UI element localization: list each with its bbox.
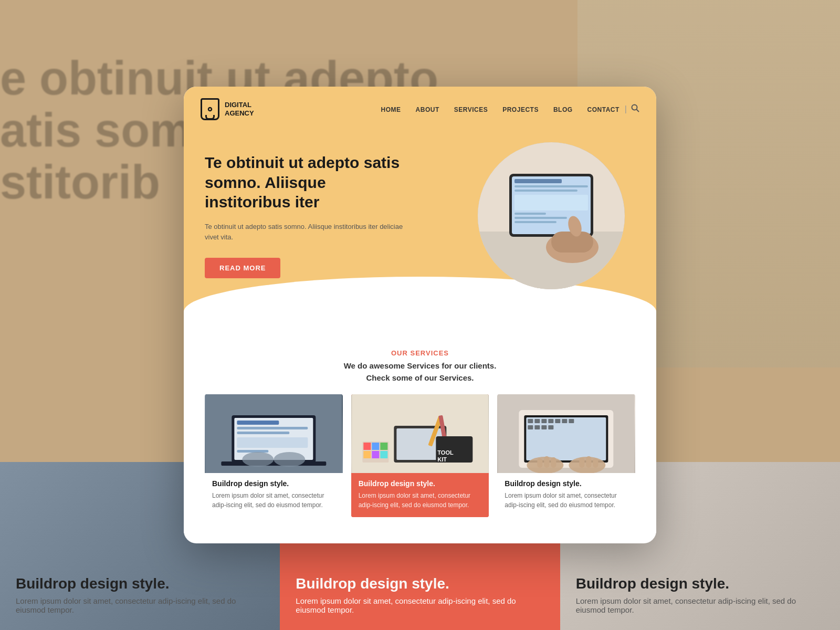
hero-image: [478, 142, 625, 289]
service-card-3: Buildrop design style. Lorem ipsum dolor…: [497, 394, 635, 517]
service-card-3-title: Buildrop design style.: [505, 479, 628, 488]
hero-title: Te obtinuit ut adepto satis somno. Aliis…: [205, 153, 404, 212]
service-card-3-text: Lorem ipsum dolor sit amet, consectetur …: [505, 491, 628, 510]
service-card-3-image: [497, 394, 635, 473]
nav-item-home[interactable]: HOME: [381, 104, 401, 114]
svg-rect-21: [237, 427, 308, 429]
svg-rect-32: [363, 443, 371, 450]
svg-rect-37: [380, 451, 387, 458]
svg-rect-53: [569, 419, 574, 423]
svg-rect-52: [562, 419, 568, 423]
services-title: We do awesome Services for our clients. …: [205, 360, 635, 384]
svg-point-1: [632, 105, 637, 110]
navbar: DIGITALAGENCY HOME ABOUT SERVICES PROJEC…: [184, 87, 656, 132]
svg-rect-24: [237, 450, 268, 453]
svg-rect-51: [555, 419, 561, 423]
svg-text:KIT: KIT: [437, 456, 447, 463]
service-card-2-text: Lorem ipsum dolor sit amet, consectetur …: [359, 491, 482, 510]
svg-rect-54: [528, 425, 533, 429]
logo-icon: [201, 98, 219, 120]
hero-image-placeholder: [478, 142, 625, 289]
bg-card-2-text: Lorem ipsum dolor sit amet, consectetur …: [296, 596, 544, 614]
service-card-2-body: Buildrop design style. Lorem ipsum dolor…: [351, 473, 489, 517]
service-card-1-body: Buildrop design style. Lorem ipsum dolor…: [205, 473, 343, 517]
services-tag: OUR SERVICES: [205, 349, 635, 357]
bg-card-1-text: Lorem ipsum dolor sit amet, consectetur …: [16, 596, 264, 614]
svg-rect-34: [380, 443, 387, 450]
svg-rect-10: [514, 195, 588, 211]
svg-rect-56: [542, 425, 547, 429]
svg-rect-33: [372, 443, 379, 450]
logo-text: DIGITALAGENCY: [225, 101, 254, 117]
svg-rect-61: [544, 456, 550, 468]
services-section: OUR SERVICES We do awesome Services for …: [184, 344, 656, 533]
nav-item-blog[interactable]: BLOG: [553, 104, 573, 114]
logo: DIGITALAGENCY: [201, 98, 254, 120]
svg-rect-46: [527, 417, 606, 460]
nav-item-services[interactable]: SERVICES: [454, 104, 488, 114]
bg-card-3-text: Lorem ipsum dolor sit amet, consectetur …: [576, 596, 824, 614]
svg-text:TOOL: TOOL: [437, 449, 454, 456]
svg-point-27: [274, 452, 305, 467]
service-card-1-image: [205, 394, 343, 473]
svg-rect-62: [551, 457, 556, 468]
hero-section: DIGITALAGENCY HOME ABOUT SERVICES PROJEC…: [184, 87, 656, 344]
svg-rect-25: [221, 461, 326, 466]
svg-rect-36: [372, 451, 379, 458]
svg-rect-60: [538, 458, 543, 468]
svg-rect-50: [549, 419, 554, 423]
service-card-3-body: Buildrop design style. Lorem ipsum dolor…: [497, 473, 635, 517]
nav-item-about[interactable]: ABOUT: [416, 104, 439, 114]
bg-card-1-title: Buildrop design style.: [16, 575, 264, 592]
search-icon[interactable]: [631, 104, 639, 114]
bg-card-3-title: Buildrop design style.: [576, 575, 824, 592]
service-card-1: Buildrop design style. Lorem ipsum dolor…: [205, 394, 343, 517]
svg-rect-12: [514, 217, 567, 219]
svg-rect-7: [514, 179, 562, 183]
service-card-2: TOOL KIT Buildrop design style. Lorem ip…: [351, 394, 489, 517]
hero-text: Te obtinuit ut adepto satis somno. Aliis…: [205, 148, 404, 278]
service-card-1-title: Buildrop design style.: [212, 479, 335, 488]
svg-point-26: [242, 452, 274, 467]
nav-item-projects[interactable]: PROJECTS: [502, 104, 539, 114]
svg-rect-55: [535, 425, 540, 429]
svg-rect-20: [237, 421, 279, 425]
service-card-1-text: Lorem ipsum dolor sit amet, consectetur …: [212, 491, 335, 510]
read-more-button[interactable]: READ MORE: [205, 258, 280, 278]
svg-rect-11: [514, 213, 546, 215]
svg-point-0: [208, 108, 212, 111]
svg-rect-35: [363, 451, 371, 458]
hero-content: Te obtinuit ut adepto satis somno. Aliis…: [184, 132, 656, 289]
nav-links: HOME ABOUT SERVICES PROJECTS BLOG CONTAC…: [381, 104, 620, 114]
bg-card-2-title: Buildrop design style.: [296, 575, 544, 592]
svg-rect-65: [593, 458, 598, 468]
svg-rect-47: [528, 419, 533, 423]
services-grid: Buildrop design style. Lorem ipsum dolor…: [205, 394, 635, 517]
modal-card: DIGITALAGENCY HOME ABOUT SERVICES PROJEC…: [184, 87, 656, 543]
svg-rect-15: [551, 232, 593, 253]
svg-rect-57: [549, 425, 554, 429]
svg-line-2: [637, 110, 639, 112]
svg-rect-8: [514, 185, 588, 187]
nav-divider: |: [625, 104, 627, 114]
nav-item-contact[interactable]: CONTACT: [587, 104, 620, 114]
svg-rect-64: [586, 456, 592, 468]
services-header: OUR SERVICES We do awesome Services for …: [205, 349, 635, 384]
service-card-2-image: TOOL KIT: [351, 394, 489, 473]
service-card-2-title: Buildrop design style.: [359, 479, 482, 488]
svg-rect-63: [580, 457, 585, 468]
svg-rect-49: [542, 419, 547, 423]
hero-subtitle: Te obtinuit ut adepto satis somno. Aliis…: [205, 222, 404, 244]
svg-rect-48: [535, 419, 540, 423]
svg-rect-23: [237, 437, 308, 448]
svg-rect-13: [514, 221, 556, 223]
svg-rect-22: [237, 432, 289, 434]
svg-rect-9: [514, 190, 578, 192]
